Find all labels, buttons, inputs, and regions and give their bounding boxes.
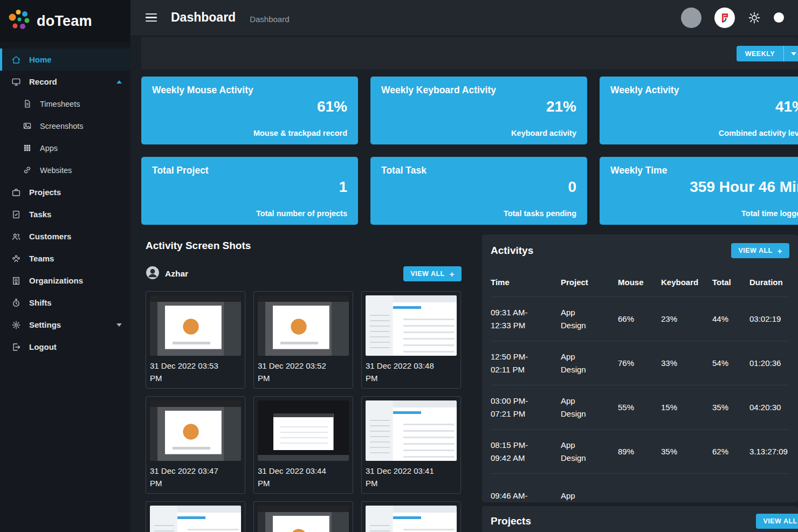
sidebar-item-customers[interactable]: Customers bbox=[0, 225, 130, 247]
menu-icon[interactable] bbox=[145, 11, 158, 24]
cell-project: App Design bbox=[561, 395, 588, 420]
cell-duration: 3.13:27:09 bbox=[749, 445, 789, 458]
screenshot-thumbnail bbox=[150, 506, 241, 532]
cell-time: 09:46 AM- bbox=[491, 489, 536, 502]
sidebar-item-record[interactable]: Record bbox=[0, 71, 130, 93]
stat-subtitle: Keyboard activity bbox=[381, 129, 576, 137]
screenshot-card[interactable] bbox=[146, 501, 245, 532]
sidebar: doTeam Home Record bbox=[0, 0, 130, 532]
sidebar-item-label: Projects bbox=[29, 188, 61, 197]
sidebar-item-screenshots[interactable]: Screenshots bbox=[0, 115, 130, 137]
sidebar-item-label: Websites bbox=[40, 166, 72, 175]
screenshot-card[interactable] bbox=[361, 501, 461, 532]
sidebar-item-projects[interactable]: Projects bbox=[0, 181, 130, 203]
chevron-down-icon[interactable] bbox=[784, 46, 798, 61]
sidebar-item-settings[interactable]: Settings bbox=[0, 314, 130, 336]
screenshot-timestamp: 31 Dec 2022 03:48 PM bbox=[366, 360, 441, 384]
breadcrumb: Dashboard bbox=[250, 11, 289, 24]
projects-icon bbox=[11, 188, 22, 197]
screenshot-card[interactable]: 31 Dec 2022 03:47 PM bbox=[146, 396, 245, 494]
screenshot-thumbnail bbox=[258, 295, 349, 356]
stat-value: 21% bbox=[381, 98, 576, 115]
cell-mouse: 66% bbox=[615, 313, 658, 326]
sidebar-item-teams[interactable]: Teams bbox=[0, 247, 130, 270]
stat-title: Weekly Keyboard Activity bbox=[381, 85, 576, 96]
stat-title: Weekly Activity bbox=[610, 85, 798, 96]
app-window: doTeam Home Record bbox=[0, 0, 798, 532]
stat-title: Weekly Mouse Activity bbox=[152, 85, 347, 96]
sidebar-item-timesheets[interactable]: Timesheets bbox=[0, 93, 130, 115]
topbar-actions bbox=[681, 8, 784, 28]
sidebar-item-shifts[interactable]: Shifts bbox=[0, 292, 130, 314]
screenshot-card[interactable]: 31 Dec 2022 03:53 PM bbox=[146, 291, 245, 389]
chevron-up-icon bbox=[116, 80, 122, 84]
stat-value: 0 bbox=[381, 178, 576, 196]
home-icon bbox=[11, 55, 22, 65]
stat-card-total-project: Total Project 1 Total number of projects bbox=[141, 157, 358, 225]
teams-icon bbox=[11, 254, 22, 264]
sidebar-item-organizations[interactable]: Organizations bbox=[0, 270, 130, 292]
activities-view-all-button[interactable]: VIEW ALL + bbox=[731, 243, 789, 258]
organizations-icon bbox=[11, 276, 22, 286]
sidebar-item-home[interactable]: Home bbox=[0, 49, 130, 71]
record-submenu: Timesheets Screenshots Apps bbox=[0, 93, 130, 181]
table-row[interactable]: 08:15 PM-09:42 AM App Design 89% 35% 62%… bbox=[491, 429, 789, 473]
sidebar-item-websites[interactable]: Websites bbox=[0, 159, 130, 181]
activities-table-header: Time Project Mouse Keyboard Total Durati… bbox=[491, 278, 789, 296]
theme-toggle-sun-icon[interactable] bbox=[748, 11, 761, 24]
stat-title: Total Project bbox=[152, 165, 347, 176]
stat-cards: Weekly Mouse Activity 61% Mouse & trackp… bbox=[141, 77, 798, 225]
person-avatar-icon bbox=[146, 266, 160, 282]
table-row[interactable]: 03:00 PM-07:21 PM App Design 55% 15% 35%… bbox=[491, 385, 789, 429]
screenshot-card[interactable]: 31 Dec 2022 03:44 PM bbox=[253, 396, 353, 494]
activities-header: Activitys VIEW ALL + bbox=[491, 242, 789, 258]
activity-screenshots-section: Activity Screen Shots Azhar VIEW ALL + bbox=[141, 234, 471, 532]
websites-icon bbox=[22, 165, 32, 175]
chevron-down-icon bbox=[116, 323, 122, 327]
sidebar-item-label: Shifts bbox=[29, 298, 52, 307]
sidebar-item-label: Apps bbox=[40, 144, 58, 153]
sidebar-item-label: Logout bbox=[29, 342, 57, 351]
screenshots-view-all-button[interactable]: VIEW ALL + bbox=[403, 266, 462, 281]
projects-view-all-button[interactable]: VIEW ALL + bbox=[756, 514, 798, 529]
user-avatar[interactable] bbox=[681, 8, 701, 28]
lower-section: Activity Screen Shots Azhar VIEW ALL + bbox=[141, 234, 798, 532]
topbar: Dashboard Dashboard bbox=[130, 0, 798, 35]
screenshot-card[interactable]: 31 Dec 2022 03:41 PM bbox=[361, 396, 461, 494]
screenshot-card[interactable]: 31 Dec 2022 03:48 PM bbox=[361, 291, 461, 389]
settings-icon bbox=[11, 320, 22, 330]
sidebar-item-apps[interactable]: Apps bbox=[0, 137, 130, 159]
column-header-time: Time bbox=[491, 278, 561, 287]
table-row[interactable]: 09:31 AM-12:33 PM App Design 66% 23% 44%… bbox=[491, 296, 789, 341]
stat-subtitle: Total number of projects bbox=[152, 209, 347, 218]
cell-total: 44% bbox=[709, 313, 749, 326]
cell-keyboard: 35% bbox=[658, 445, 709, 458]
screenshot-thumbnail bbox=[150, 400, 241, 461]
sidebar-item-label: Tasks bbox=[29, 210, 51, 219]
screenshot-thumbnail bbox=[366, 295, 457, 356]
screenshot-card[interactable]: 31 Dec 2022 03:52 PM bbox=[253, 291, 353, 389]
period-select-button[interactable]: WEEKLY bbox=[737, 46, 798, 61]
column-header-duration: Duration bbox=[749, 278, 789, 287]
status-dot[interactable] bbox=[774, 12, 784, 23]
sidebar-item-label: Teams bbox=[29, 254, 54, 263]
stat-card-weekly-keyboard: Weekly Keyboard Activity 21% Keyboard ac… bbox=[370, 77, 587, 144]
screenshot-card[interactable] bbox=[253, 501, 353, 532]
company-logo-icon[interactable] bbox=[714, 8, 735, 28]
stat-card-weekly-activity: Weekly Activity 41% Combined activity le… bbox=[600, 77, 798, 144]
view-all-label: VIEW ALL bbox=[410, 270, 444, 278]
cell-keyboard: 15% bbox=[658, 401, 709, 414]
column-header-project: Project bbox=[561, 278, 615, 287]
sidebar-item-tasks[interactable]: Tasks bbox=[0, 203, 130, 225]
table-row[interactable]: 12:50 PM-02:11 PM App Design 76% 33% 54%… bbox=[491, 341, 789, 385]
cell-time: 03:00 PM-07:21 PM bbox=[491, 395, 536, 420]
table-row[interactable]: 09:46 AM- App bbox=[491, 473, 789, 502]
screenshot-thumbnail bbox=[366, 400, 457, 461]
stat-value: 1 bbox=[152, 178, 347, 196]
sidebar-item-logout[interactable]: Logout bbox=[0, 336, 130, 358]
stat-title: Total Task bbox=[381, 165, 576, 176]
cell-duration: 04:20:30 bbox=[749, 401, 789, 414]
cell-project: App bbox=[561, 489, 588, 502]
app-logo[interactable]: doTeam bbox=[0, 0, 130, 42]
sidebar-item-label: Screenshots bbox=[40, 122, 84, 130]
